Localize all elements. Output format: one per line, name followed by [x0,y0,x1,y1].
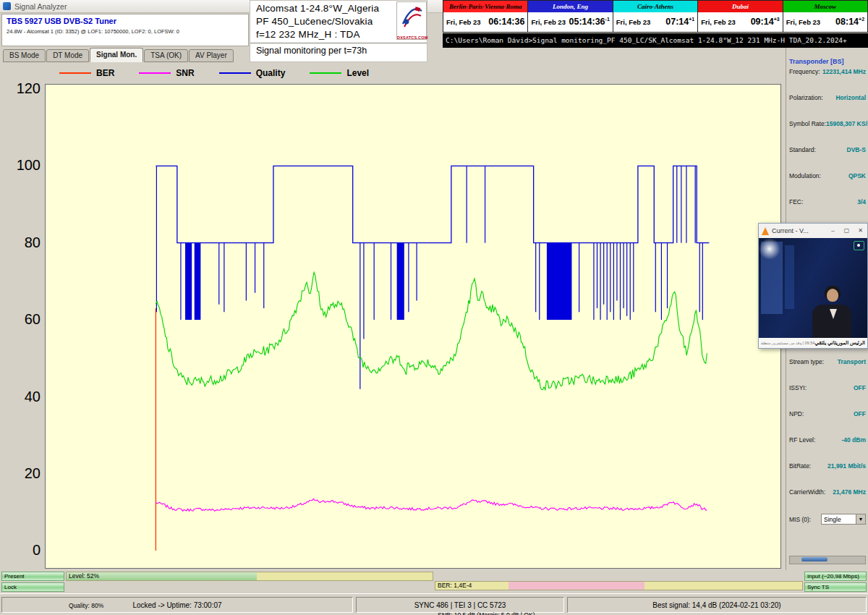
world-clocks: Berlin-Paris-Vienna-Roma Fri, Feb 23 06:… [443,0,868,33]
clock-london-time: 05:14:36-1 [569,17,610,27]
present-indicator: Present [1,572,64,581]
field-frequency: Frequency: 12231,414 MHz [789,68,866,75]
chart-legend: BER SNR Quality Level [59,67,369,80]
statusbar-sync-counters: SYNC 486 | TEI 3 | CC 5723 [356,597,564,613]
input-indicator: Input (~20,98 Mbps) [804,572,867,581]
statusbar-best-signal: Best signal: 14,4 dB (2024-02-21 03:20) [567,597,867,613]
tuner-info-panel: TBS 5927 USB DVB-S2 Tuner 24.8W - Alcoms… [1,14,249,46]
studio-screen-band-2 [785,245,794,309]
clock-cairo-city: Cairo-Athens [613,1,697,12]
signal-chart [45,84,781,569]
chevron-down-icon[interactable]: ▼ [856,514,865,524]
statusbar-uptime: Locked -> Uptime: 73:00:07 [1,597,353,613]
news-ticker-headline: الرئيس الموريتاني يلتقي [814,340,865,346]
header-divider [250,43,427,43]
legend-quality: Quality [219,68,286,78]
clock-london-date: Fri, Feb 23 [531,18,566,26]
clock-dubai: Dubai Fri, Feb 23 09:14+3 [698,0,783,33]
level-line-swatch [310,72,341,74]
field-npd: NPD: OFF [789,410,866,417]
statusbar: Locked -> Uptime: 73:00:07 SYNC 486 | TE… [0,593,868,615]
y-tick-40: 40 [3,389,41,404]
clock-moscow-date: Fri, Feb 23 [786,18,821,26]
ber-band [509,582,644,590]
clock-moscow-city: Moscow [783,1,867,12]
y-tick-80: 80 [3,235,41,250]
clock-berlin-date: Fri, Feb 23 [446,18,481,26]
news-anchor [812,286,851,338]
dxsatcs-logo: DXSATCS.COM [396,1,427,40]
news-ticker: الرئيس الموريتاني يلتقي 09:54 | وفد من م… [759,338,867,348]
field-carrier-width: CarrierWidth: 21,476 MHz [789,488,866,496]
clock-berlin-time: 06:14:36 [488,17,524,27]
field-fec: FEC: 3/4 [789,198,866,205]
vlc-minimize-button[interactable]: – [827,226,838,236]
news-ticker-detail: 09:54 | وفد من مستثمرين منطقة دهلاي وميس… [761,341,814,345]
lock-indicator: Lock [1,582,64,592]
tab-tsa[interactable]: TSA (OK) [144,49,188,62]
ber-line-swatch [59,72,91,74]
tab-signal-mon[interactable]: Signal Mon. [90,48,143,62]
mode-tabs: BS Mode DT Mode Signal Mon. TSA (OK) AV … [3,48,234,62]
vlc-video-area[interactable] [759,238,867,338]
clock-london-city: London, Eng [528,1,612,12]
window-title: Signal Analyzer [14,2,67,11]
legend-ber: BER [59,68,114,78]
level-progressbar: Level: 52% [66,572,433,581]
clock-cairo-date: Fri, Feb 23 [616,18,651,26]
clock-moscow-time: 08:14+2 [835,17,864,27]
clock-cairo: Cairo-Athens Fri, Feb 23 07:14+1 [613,0,698,33]
y-tick-20: 20 [3,466,41,480]
y-tick-60: 60 [3,312,41,326]
app-icon [3,2,11,10]
vlc-maximize-button[interactable]: ▢ [841,226,852,236]
field-mis: MIS (0): Single ▼ [789,514,866,525]
tuner-details: 24.8W - Alcomsat 1 (ID: 3352) @ LOF1: 10… [7,28,244,35]
y-tick-120: 120 [3,81,41,96]
mis-combobox[interactable]: Single ▼ [821,514,866,525]
vlc-cone-icon [762,227,769,235]
field-modulation: Modulation: QPSK [789,172,866,179]
field-polarization: Polarization: Horizontal [789,94,866,101]
clock-london: London, Eng Fri, Feb 23 05:14:36-1 [528,0,613,33]
legend-level: Level [310,68,369,78]
ber-progressbar: BER: 1,4E-4 [435,581,803,590]
dxsatcs-logo-graphic [397,2,426,33]
sync-ts-indicator: Sync TS [804,582,867,592]
vlc-close-button[interactable]: ✕ [855,226,866,236]
tuner-name: TBS 5927 USB DVB-S2 Tuner [7,17,244,25]
vlc-window[interactable]: Current - V... – ▢ ✕ الرئيس الموريتاني ي… [758,223,868,349]
panel-scrollbar[interactable] [789,556,866,564]
transponder-panel-title: Transponder [BS] [789,58,844,65]
y-tick-0: 0 [3,543,41,557]
clock-moscow: Moscow Fri, Feb 23 08:14+2 [783,0,868,33]
field-issyi: ISSYI: OFF [789,384,866,391]
field-symbol-rate: Symbol Rate: 15908,307 KS/s [789,120,866,127]
clock-dubai-date: Fri, Feb 23 [701,18,736,26]
field-stream-type: Stream type: Transport [789,358,866,365]
tab-av-player[interactable]: AV Player [189,49,234,62]
panel-scrollbar-thumb[interactable] [801,557,827,561]
legend-snr: SNR [139,68,194,78]
clock-dubai-city: Dubai [698,1,782,12]
clock-cairo-time: 07:14+1 [665,17,694,27]
tab-dt-mode[interactable]: DT Mode [46,49,89,62]
vlc-titlebar[interactable]: Current - V... – ▢ ✕ [759,224,867,238]
vlc-title: Current - V... [772,227,825,234]
dxsatcs-logo-text: DXSATCS.COM [397,35,426,40]
header-monitoring-span: Signal monitoring per t=73h [256,46,367,56]
quality-line-swatch [219,72,251,74]
field-rf-level: RF Level: -40 dBm [789,436,866,444]
signal-chart-svg [46,85,780,568]
studio-light-glow [759,238,780,260]
console-window[interactable]: C:\Users\Roman Dávid>Signal monitoring_P… [443,33,868,48]
chart-area: BER SNR Quality Level 120 100 80 60 40 2… [1,64,784,570]
clock-berlin-city: Berlin-Paris-Vienna-Roma [443,1,527,12]
clock-berlin: Berlin-Paris-Vienna-Roma Fri, Feb 23 06:… [443,0,528,33]
y-tick-100: 100 [3,158,41,172]
field-bitrate: BitRate: 21,991 Mbit/s [789,462,866,470]
field-standard: Standard: DVB-S [789,146,866,153]
tab-bs-mode[interactable]: BS Mode [3,49,46,62]
snr-line-swatch [139,72,171,74]
channel-logo [854,241,864,250]
